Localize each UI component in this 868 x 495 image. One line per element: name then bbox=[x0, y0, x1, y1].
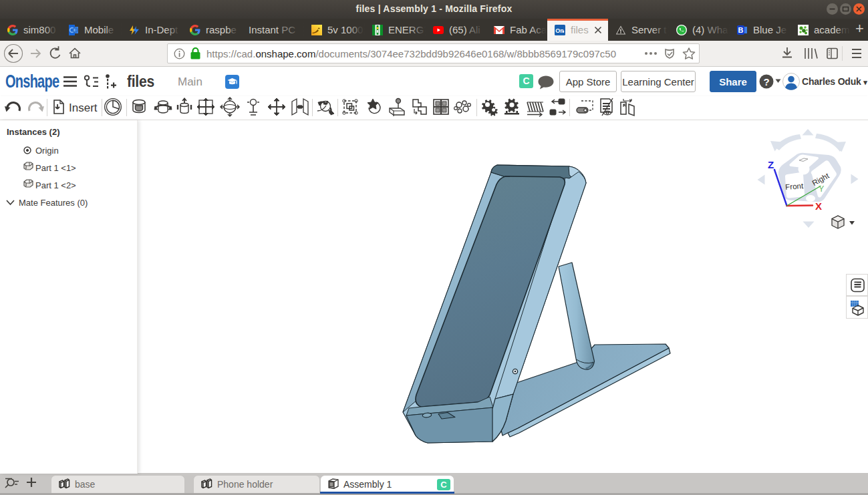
svg-text:Front: Front bbox=[785, 182, 804, 191]
svg-text:Z: Z bbox=[768, 159, 774, 170]
svg-text:Y: Y bbox=[819, 184, 825, 194]
svg-text:?: ? bbox=[763, 76, 769, 88]
svg-text:On: On bbox=[555, 27, 564, 33]
svg-text:X: X bbox=[815, 200, 822, 212]
svg-text:B: B bbox=[738, 26, 744, 34]
